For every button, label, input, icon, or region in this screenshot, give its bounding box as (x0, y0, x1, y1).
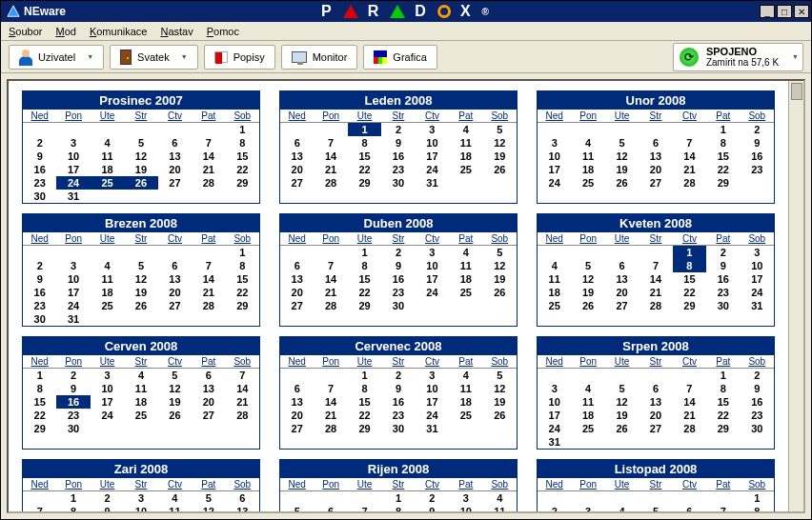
day-cell[interactable]: 11 (483, 505, 517, 513)
day-cell[interactable]: 18 (91, 286, 124, 299)
day-cell[interactable]: 6 (226, 491, 259, 505)
day-cell[interactable]: 5 (639, 505, 672, 513)
day-cell[interactable]: 12 (124, 150, 157, 163)
day-cell[interactable]: 1 (348, 123, 381, 136)
day-cell[interactable]: 1 (706, 123, 740, 136)
scrollbar-thumb[interactable] (791, 83, 802, 100)
day-cell[interactable]: 21 (314, 163, 347, 176)
day-cell[interactable]: 11 (571, 395, 604, 409)
day-cell[interactable]: 20 (605, 286, 639, 299)
day-cell[interactable]: 7 (192, 259, 225, 272)
day-cell[interactable]: 25 (91, 299, 124, 312)
day-cell[interactable]: 7 (673, 382, 706, 395)
day-cell[interactable]: 26 (605, 176, 639, 190)
day-cell[interactable]: 30 (23, 190, 56, 203)
day-cell[interactable]: 13 (639, 150, 672, 163)
day-cell[interactable]: 1 (23, 369, 56, 382)
day-cell[interactable]: 27 (158, 176, 192, 190)
day-cell[interactable]: 10 (91, 382, 124, 395)
day-cell[interactable]: 4 (91, 259, 124, 272)
day-cell[interactable]: 12 (483, 382, 517, 395)
grafica-button[interactable]: Grafica (363, 45, 436, 70)
day-cell[interactable]: 10 (538, 150, 571, 163)
day-cell[interactable]: 4 (538, 259, 571, 272)
day-cell[interactable]: 1 (56, 491, 90, 505)
day-cell[interactable]: 3 (416, 369, 449, 382)
day-cell[interactable]: 13 (158, 272, 192, 286)
day-cell[interactable]: 27 (605, 299, 639, 312)
svatek-dropdown[interactable]: Svatek (110, 45, 198, 70)
day-cell[interactable]: 12 (483, 136, 517, 150)
maximize-button[interactable]: □ (777, 5, 792, 18)
day-cell[interactable]: 12 (605, 395, 639, 409)
day-cell[interactable]: 6 (280, 259, 314, 272)
day-cell[interactable]: 17 (416, 150, 449, 163)
day-cell[interactable]: 7 (706, 505, 740, 513)
day-cell[interactable]: 7 (314, 259, 347, 272)
day-cell[interactable]: 13 (226, 505, 259, 513)
day-cell[interactable]: 11 (158, 505, 192, 513)
day-cell[interactable]: 9 (381, 136, 415, 150)
day-cell[interactable]: 7 (314, 382, 347, 395)
day-cell[interactable]: 9 (56, 382, 90, 395)
day-cell[interactable]: 10 (56, 150, 90, 163)
day-cell[interactable]: 25 (449, 163, 482, 176)
day-cell[interactable]: 28 (673, 422, 706, 435)
day-cell[interactable]: 27 (639, 176, 672, 190)
day-cell[interactable]: 5 (192, 491, 225, 505)
day-cell[interactable]: 13 (639, 395, 672, 409)
day-cell[interactable]: 28 (639, 299, 672, 312)
day-cell[interactable]: 27 (639, 422, 672, 435)
day-cell[interactable]: 30 (706, 299, 740, 312)
day-cell[interactable]: 26 (124, 176, 157, 190)
day-cell[interactable]: 19 (124, 286, 157, 299)
day-cell[interactable]: 8 (741, 505, 774, 513)
day-cell[interactable]: 5 (483, 369, 517, 382)
day-cell[interactable]: 15 (348, 272, 381, 286)
day-cell[interactable]: 1 (706, 369, 740, 382)
day-cell[interactable]: 11 (91, 150, 124, 163)
day-cell[interactable]: 5 (571, 259, 604, 272)
day-cell[interactable]: 7 (226, 369, 259, 382)
day-cell[interactable]: 11 (449, 136, 482, 150)
day-cell[interactable]: 26 (158, 409, 192, 422)
day-cell[interactable]: 14 (639, 272, 672, 286)
day-cell[interactable]: 11 (449, 259, 482, 272)
day-cell[interactable]: 3 (124, 491, 157, 505)
day-cell[interactable]: 14 (673, 395, 706, 409)
day-cell[interactable]: 17 (416, 395, 449, 409)
menu-nastav[interactable]: Nastav (160, 26, 193, 37)
day-cell[interactable]: 2 (538, 505, 571, 513)
day-cell[interactable]: 14 (226, 382, 259, 395)
day-cell[interactable]: 5 (158, 369, 192, 382)
day-cell[interactable]: 31 (741, 299, 774, 312)
day-cell[interactable]: 17 (91, 395, 124, 409)
day-cell[interactable]: 20 (639, 163, 672, 176)
day-cell[interactable]: 29 (706, 176, 740, 190)
day-cell[interactable]: 4 (605, 505, 639, 513)
day-cell[interactable]: 22 (23, 409, 56, 422)
day-cell[interactable]: 29 (226, 299, 259, 312)
day-cell[interactable]: 27 (192, 409, 225, 422)
day-cell[interactable]: 8 (348, 259, 381, 272)
day-cell[interactable]: 6 (192, 369, 225, 382)
day-cell[interactable]: 24 (538, 422, 571, 435)
day-cell[interactable]: 22 (348, 409, 381, 422)
day-cell[interactable]: 24 (56, 299, 90, 312)
user-dropdown[interactable]: Uzivatel (9, 45, 104, 70)
day-cell[interactable]: 1 (226, 123, 259, 136)
day-cell[interactable]: 8 (706, 382, 740, 395)
day-cell[interactable]: 6 (314, 505, 347, 513)
day-cell[interactable]: 15 (226, 150, 259, 163)
popisy-button[interactable]: Popisy (204, 45, 275, 70)
day-cell[interactable]: 14 (673, 150, 706, 163)
day-cell[interactable]: 5 (483, 123, 517, 136)
day-cell[interactable]: 30 (381, 422, 415, 435)
day-cell[interactable]: 7 (23, 505, 56, 513)
day-cell[interactable]: 20 (158, 163, 192, 176)
day-cell[interactable]: 17 (416, 272, 449, 286)
day-cell[interactable]: 9 (381, 382, 415, 395)
day-cell[interactable]: 6 (673, 505, 706, 513)
day-cell[interactable]: 3 (416, 246, 449, 259)
day-cell[interactable]: 2 (381, 369, 415, 382)
